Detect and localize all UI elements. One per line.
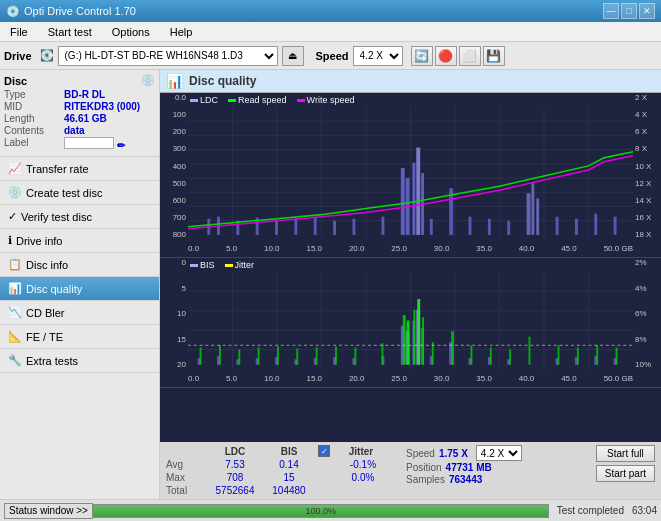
svg-rect-97 [451,331,454,364]
sidebar-item-verify-test-disc[interactable]: ✓ Verify test disc [0,205,159,229]
max-row: Max 708 15 0.0% [166,472,388,483]
jitter-checkbox[interactable]: ✓ [318,445,330,457]
top-chart-area [188,107,633,239]
sidebar-item-drive-info[interactable]: ℹ Drive info [0,229,159,253]
disc-label-label: Label [4,137,64,151]
svg-rect-35 [488,219,491,235]
status-window-button[interactable]: Status window >> [4,503,93,519]
disc-info-panel: Disc 💿 Type BD-R DL MID RITEKDR3 (000) L… [0,70,159,157]
main-panel: 📊 Disc quality LDC Read speed [160,70,661,499]
menu-file[interactable]: File [4,25,34,39]
menu-start-test[interactable]: Start test [42,25,98,39]
toolbar: Drive 💽 (G:) HL-DT-ST BD-RE WH16NS48 1.D… [0,42,661,70]
samples-value: 763443 [449,474,482,485]
disc-contents-label: Contents [4,125,64,136]
ldc-total: 5752664 [210,485,260,496]
svg-rect-83 [238,350,240,365]
sidebar-item-create-test-disc[interactable]: 💿 Create test disc [0,181,159,205]
title-bar: 💿 Opti Drive Control 1.70 — □ ✕ [0,0,661,22]
svg-rect-86 [296,349,298,365]
svg-rect-100 [509,350,511,365]
drive-label: Drive [4,50,32,62]
speed-position-info: Speed 1.75 X 4.2 X Position 47731 MB Sam… [406,445,522,485]
svg-rect-29 [412,163,415,235]
bis-header: BIS [264,446,314,457]
svg-rect-25 [352,219,355,235]
title-bar-left: 💿 Opti Drive Control 1.70 [6,5,136,18]
verify-test-disc-icon: ✓ [8,210,17,223]
svg-rect-91 [403,315,406,365]
bis-legend: BIS [190,260,215,270]
svg-rect-105 [616,347,618,364]
svg-rect-34 [469,217,472,235]
svg-rect-88 [335,346,337,364]
disc-length-value: 46.61 GB [64,113,107,124]
charts-area: LDC Read speed Write speed 800 700 600 [160,93,661,442]
sidebar-item-label: FE / TE [26,331,63,343]
sidebar-item-transfer-rate[interactable]: 📈 Transfer rate [0,157,159,181]
eject-button[interactable]: ⏏ [282,46,304,66]
bottom-chart-y-axis-right: 10% 8% 6% 4% 2% [633,258,661,369]
close-button[interactable]: ✕ [639,3,655,19]
top-chart-x-axis: 0.0 5.0 10.0 15.0 20.0 25.0 30.0 35.0 40… [188,239,633,257]
disc-mid-label: MID [4,101,64,112]
speed-select[interactable]: 4.2 X [353,46,403,66]
svg-rect-93 [413,310,415,365]
menu-help[interactable]: Help [164,25,199,39]
save-button[interactable]: 💾 [483,46,505,66]
drive-select[interactable]: (G:) HL-DT-ST BD-RE WH16NS48 1.D3 [58,46,278,66]
label-edit-icon[interactable]: ✏ [117,140,125,151]
burn-button[interactable]: 🔴 [435,46,457,66]
read-speed-legend: Read speed [228,95,287,105]
sidebar-item-disc-quality[interactable]: 📊 Disc quality [0,277,159,301]
status-bar: Status window >> 100.0% Test completed 6… [0,499,661,521]
sidebar-item-cd-bler[interactable]: 📉 CD Bler [0,301,159,325]
jitter-max: 0.0% [338,472,388,483]
svg-rect-26 [381,217,384,235]
sidebar-item-label: Extra tests [26,355,78,367]
top-chart-y-axis-left: 800 700 600 500 400 300 200 100 0.0 [160,93,188,239]
disc-quality-icon: 📊 [8,282,22,295]
disc-type-value: BD-R DL [64,89,105,100]
maximize-button[interactable]: □ [621,3,637,19]
panel-header-icon: 📊 [166,73,183,89]
ldc-avg: 7.53 [210,459,260,470]
menu-options[interactable]: Options [106,25,156,39]
jitter-legend: Jitter [225,260,255,270]
svg-rect-103 [577,347,579,364]
toolbar-icons: 🔄 🔴 ⬜ 💾 [411,46,505,66]
sidebar-item-label: Disc info [26,259,68,271]
svg-rect-23 [314,218,317,235]
drive-info-icon: ℹ [8,234,12,247]
bottom-chart-x-axis: 0.0 5.0 10.0 15.0 20.0 25.0 30.0 35.0 40… [188,369,633,387]
bottom-chart-area [188,272,633,369]
speed-select-control[interactable]: 4.2 X [476,445,522,461]
minimize-button[interactable]: — [603,3,619,19]
speed-label: Speed [316,50,349,62]
ldc-header: LDC [210,446,260,457]
bottom-chart: BIS Jitter 20 15 10 5 0 10% [160,258,661,388]
disc-type-row: Type BD-R DL [4,89,155,100]
disc-contents-row: Contents data [4,125,155,136]
total-label: Total [166,485,206,496]
samples-key: Samples [406,474,445,485]
position-row: Position 47731 MB [406,462,522,473]
status-message: Test completed [557,505,624,516]
disc-panel-title: Disc [4,75,27,87]
refresh-button[interactable]: 🔄 [411,46,433,66]
erase-button[interactable]: ⬜ [459,46,481,66]
svg-rect-42 [594,214,597,235]
sidebar-item-label: Drive info [16,235,62,247]
panel-header-title: Disc quality [189,74,256,88]
start-full-button[interactable]: Start full [596,445,655,462]
start-part-button[interactable]: Start part [596,465,655,482]
sidebar-item-extra-tests[interactable]: 🔧 Extra tests [0,349,159,373]
svg-rect-89 [354,347,356,364]
total-row: Total 5752664 104480 [166,485,388,496]
sidebar-item-disc-info[interactable]: 📋 Disc info [0,253,159,277]
cd-bler-icon: 📉 [8,306,22,319]
progress-text: 100.0% [94,505,548,517]
svg-rect-81 [200,347,202,364]
svg-rect-98 [470,345,472,364]
sidebar-item-fe-te[interactable]: 📐 FE / TE [0,325,159,349]
